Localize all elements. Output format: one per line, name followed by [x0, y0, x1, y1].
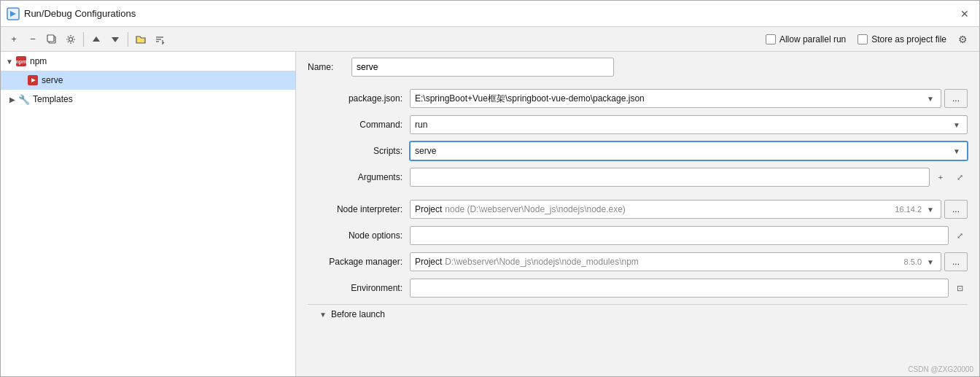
- package-json-control: E:\springBoot+Vue框架\springboot-vue-demo\…: [410, 89, 968, 108]
- up-button[interactable]: [88, 31, 105, 48]
- environment-row: Environment: ⊡: [308, 278, 968, 298]
- allow-parallel-run-label: Allow parallel run: [779, 34, 846, 44]
- package-manager-dots-button[interactable]: ...: [944, 252, 968, 271]
- title-bar: Run/Debug Configurations ✕: [1, 1, 979, 27]
- svg-rect-3: [47, 35, 54, 42]
- arguments-expand-button[interactable]: ⤢: [952, 169, 968, 185]
- section-divider: [308, 193, 968, 199]
- arguments-input[interactable]: [410, 168, 930, 187]
- svg-point-4: [69, 37, 73, 41]
- separator-2: [128, 32, 128, 47]
- arguments-control: + ⤢: [410, 168, 968, 187]
- package-json-arrow: ▼: [925, 93, 936, 104]
- main-window: Run/Debug Configurations ✕ + −: [0, 0, 980, 377]
- name-label: Name:: [308, 62, 351, 72]
- node-interpreter-select[interactable]: Project node (D:\webserver\Node_js\nodej…: [410, 200, 941, 219]
- toolbar: + − Allow parallel run: [1, 27, 979, 52]
- node-options-expand-button[interactable]: ⤢: [952, 228, 968, 244]
- package-manager-select[interactable]: Project D:\webserver\Node_js\nodejs\node…: [410, 252, 941, 271]
- package-manager-arrow: ▼: [925, 256, 936, 268]
- package-manager-version: 8.5.0: [904, 257, 922, 266]
- svg-marker-5: [93, 36, 100, 42]
- package-json-dots-button[interactable]: ...: [944, 89, 968, 108]
- command-label: Command:: [308, 120, 410, 130]
- tree-item-templates[interactable]: ▶ 🔧 Templates: [1, 90, 295, 109]
- package-json-row: package.json: E:\springBoot+Vue框架\spring…: [308, 88, 968, 109]
- node-interpreter-dots-button[interactable]: ...: [944, 200, 968, 219]
- form-area: package.json: E:\springBoot+Vue框架\spring…: [296, 79, 979, 333]
- allow-parallel-run-wrap[interactable]: Allow parallel run: [766, 34, 846, 44]
- package-json-label: package.json:: [308, 93, 410, 104]
- scripts-select[interactable]: serve ▼: [410, 141, 968, 160]
- scripts-arrow: ▼: [951, 145, 962, 157]
- node-interpreter-version: 16.14.2: [895, 205, 922, 214]
- watermark: CSDN @ZXG20000: [908, 365, 973, 373]
- store-as-project-label: Store as project file: [871, 34, 946, 44]
- node-interpreter-arrow: ▼: [925, 203, 936, 215]
- package-manager-control: Project D:\webserver\Node_js\nodejs\node…: [410, 252, 968, 271]
- templates-toggle[interactable]: ▶: [7, 93, 18, 105]
- add-button[interactable]: +: [5, 31, 23, 48]
- package-manager-row: Package manager: Project D:\webserver\No…: [308, 252, 968, 272]
- serve-icon: ▶: [27, 74, 39, 86]
- arguments-label: Arguments:: [308, 172, 410, 182]
- window-title: Run/Debug Configurations: [24, 8, 956, 19]
- main-content: ▼ npm npm ▶ serve ▶ 🔧 Templates: [1, 52, 979, 376]
- scripts-row: Scripts: serve ▼: [308, 141, 968, 161]
- environment-control: ⊡: [410, 279, 968, 298]
- environment-expand-button[interactable]: ⊡: [952, 280, 968, 296]
- command-value: run: [415, 120, 951, 130]
- package-manager-label: Package manager:: [308, 257, 410, 267]
- templates-icon: 🔧: [18, 93, 30, 105]
- node-options-input[interactable]: [410, 226, 949, 245]
- folder-button[interactable]: [132, 31, 149, 48]
- npm-toggle[interactable]: ▼: [4, 55, 15, 67]
- name-row: Name:: [296, 52, 979, 79]
- before-launch-section: ▼ Before launch: [308, 304, 968, 324]
- package-json-value: E:\springBoot+Vue框架\springboot-vue-demo\…: [415, 93, 925, 105]
- node-options-row: Node options: ⤢: [308, 225, 968, 246]
- scripts-label: Scripts:: [308, 146, 410, 156]
- before-launch-label: Before launch: [331, 309, 385, 319]
- command-select[interactable]: run ▼: [410, 115, 968, 134]
- gear-settings-icon[interactable]: ⚙: [958, 34, 968, 45]
- store-as-project-wrap[interactable]: Store as project file: [858, 34, 946, 44]
- arguments-add-button[interactable]: +: [933, 169, 949, 185]
- detail-panel: Name: package.json: E:\springBoot+Vue框架\…: [296, 52, 979, 376]
- npm-icon: npm: [15, 55, 27, 67]
- node-options-label: Node options:: [308, 230, 410, 241]
- package-manager-path: D:\webserver\Node_js\nodejs\node_modules…: [445, 257, 638, 267]
- command-control: run ▼: [410, 115, 968, 134]
- node-interpreter-row: Node interpreter: Project node (D:\webse…: [308, 199, 968, 219]
- remove-button[interactable]: −: [24, 31, 42, 48]
- scripts-value: serve: [415, 146, 951, 156]
- node-interpreter-control: Project node (D:\webserver\Node_js\nodej…: [410, 200, 968, 219]
- tree-serve-label: serve: [42, 75, 63, 85]
- down-button[interactable]: [106, 31, 124, 48]
- before-launch-arrow: ▼: [319, 311, 327, 319]
- app-icon: [7, 7, 20, 20]
- arguments-row: Arguments: + ⤢: [308, 167, 968, 187]
- environment-label: Environment:: [308, 283, 410, 293]
- separator-1: [83, 32, 84, 47]
- sort-button[interactable]: [151, 31, 168, 48]
- name-input[interactable]: [351, 58, 614, 77]
- node-options-control: ⤢: [410, 226, 968, 245]
- node-interpreter-path: node (D:\webserver\Node_js\nodejs\node.e…: [445, 204, 625, 214]
- svg-marker-6: [112, 37, 119, 42]
- settings-button[interactable]: [62, 31, 79, 48]
- tree-npm-label: npm: [30, 56, 47, 66]
- package-json-select[interactable]: E:\springBoot+Vue框架\springboot-vue-demo\…: [410, 89, 941, 108]
- allow-parallel-run-checkbox[interactable]: [766, 34, 776, 44]
- environment-input[interactable]: [410, 279, 949, 298]
- node-interpreter-label: Node interpreter:: [308, 204, 410, 214]
- before-launch-header[interactable]: ▼ Before launch: [319, 309, 956, 319]
- scripts-control: serve ▼: [410, 141, 968, 160]
- close-button[interactable]: ✕: [956, 5, 973, 23]
- command-row: Command: run ▼: [308, 114, 968, 135]
- tree-item-serve[interactable]: ▶ serve: [1, 71, 295, 90]
- copy-button[interactable]: [43, 31, 61, 48]
- tree-item-npm[interactable]: ▼ npm npm: [1, 52, 295, 71]
- store-as-project-checkbox[interactable]: [858, 34, 868, 44]
- top-options: Allow parallel run Store as project file…: [758, 27, 975, 52]
